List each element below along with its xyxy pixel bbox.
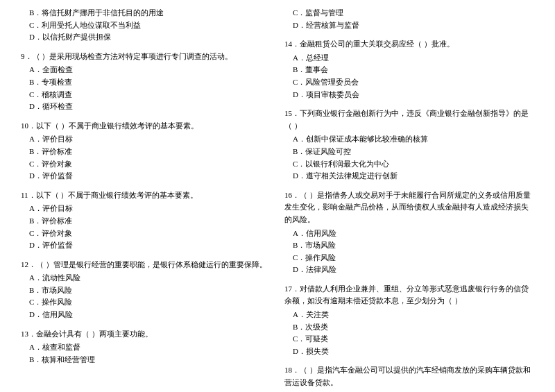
question-continuation-left: B．将信托财产挪用于非信托目的的用途 C．利用受托人地位谋取不当利益 D．以信托… [21,7,271,44]
question-9-option-c: C．稽核调查 [21,89,271,101]
question-13-title: 13．金融会计具有（ ）两项主要功能。 [21,328,271,341]
question-13-option-b: B．核算和经营管理 [21,354,271,366]
question-16-option-a: A．信用风险 [284,228,534,240]
option-d-prev: D．以信托财产提供担保 [21,31,271,44]
question-17-option-c: C．可疑类 [284,333,534,346]
question-14-option-d: D．项目审核委员会 [284,89,534,101]
question-9-option-b: B．专项检查 [21,76,271,89]
question-15-option-b: B．保证风险可控 [284,146,534,158]
question-17-option-d: D．损失类 [284,346,534,358]
question-11-option-a: A．评价目标 [21,203,271,215]
question-10-option-b: B．评价标准 [21,146,271,158]
question-11-option-b: B．评价标准 [21,215,271,228]
question-9-title: 9．（ ）是采用现场检查方法对特定事项进行专门调查的活动。 [21,51,271,63]
question-17-title: 17．对借款人利用企业兼并、重组、分立等形式恶意逃废银行行务的信贷余额，如没有逾… [284,283,534,307]
question-17-option-a: A．关注类 [284,309,534,321]
question-12-option-b: B．市场风险 [21,284,271,297]
question-9-option-d: D．循环检查 [21,101,271,113]
question-10-option-d: D．评价监督 [21,170,271,182]
question-10-option-c: C．评价对象 [21,158,271,171]
question-15-title: 15．下列商业银行金融创新行为中，违反《商业银行金融创新指导》的是（ ） [284,108,534,132]
question-12-option-c: C．操作风险 [21,296,271,309]
question-14-option-b: B．董事会 [284,64,534,76]
question-17: 17．对借款人利用企业兼并、重组、分立等形式恶意逃废银行行务的信贷余额，如没有逾… [284,283,534,358]
question-13-option-a: A．核查和监督 [21,341,271,354]
question-10: 10．以下（ ）不属于商业银行绩效考评的基本要素。 A．评价目标 B．评价标准 … [21,120,271,182]
question-17-option-b: B．次级类 [284,321,534,334]
question-13: 13．金融会计具有（ ）两项主要功能。 A．核查和监督 B．核算和经营管理 [21,328,271,366]
question-14-title: 14．金融租赁公司的重大关联交易应经（ ）批准。 [284,38,534,51]
question-9-option-a: A．全面检查 [21,64,271,76]
question-11-option-c: C．评价对象 [21,228,271,240]
question-16-option-b: B．市场风险 [284,239,534,252]
question-14-option-a: A．总经理 [284,52,534,65]
question-12: 12．（ ）管理是银行经营的重要职能，是银行体系稳健运行的重要保障。 A．流动性… [21,259,271,321]
question-11-title: 11．以下（ ）不属于商业银行绩效考评的基本要素。 [21,189,271,202]
question-12-option-a: A．流动性风险 [21,272,271,284]
question-18: 18．（ ）是指汽车金融公司可以提供的汽车经销商发放的采购车辆贷款和营运设备贷款… [284,364,534,392]
question-15: 15．下列商业银行金融创新行为中，违反《商业银行金融创新指导》的是（ ） A．创… [284,108,534,182]
question-16-title: 16．（ ）是指借务人或交易对手于未能履行合同所规定的义务或信用质量发生变化，影… [284,189,534,226]
question-16-option-c: C．操作风险 [284,252,534,264]
question-10-option-a: A．评价目标 [21,133,271,146]
question-16-option-d: D．法律风险 [284,264,534,276]
question-15-option-c: C．以银行利润最大化为中心 [284,158,534,171]
option-b-prev: B．将信托财产挪用于非信托目的的用途 [21,7,271,19]
right-column: C．监督与管理 D．经营核算与监督 14．金融租赁公司的重大关联交易应经（ ）批… [284,7,534,392]
question-16: 16．（ ）是指借务人或交易对手于未能履行合同所规定的义务或信用质量发生变化，影… [284,189,534,276]
option-c-prev: C．利用受托人地位谋取不当利益 [21,19,271,32]
question-12-title: 12．（ ）管理是银行经营的重要职能，是银行体系稳健运行的重要保障。 [21,259,271,271]
option-c-q13: C．监督与管理 [284,7,534,19]
question-11: 11．以下（ ）不属于商业银行绩效考评的基本要素。 A．评价目标 B．评价标准 … [21,189,271,252]
question-continuation-right: C．监督与管理 D．经营核算与监督 [284,7,534,31]
question-11-option-d: D．评价监督 [21,239,271,252]
question-14-option-c: C．风险管理委员会 [284,76,534,89]
question-15-option-d: D．遵守相关法律规定进行创新 [284,170,534,182]
question-10-title: 10．以下（ ）不属于商业银行绩效考评的基本要素。 [21,120,271,133]
question-15-option-a: A．创新中保证成本能够比较准确的核算 [284,133,534,146]
page-content: B．将信托财产挪用于非信托目的的用途 C．利用受托人地位谋取不当利益 D．以信托… [21,7,534,392]
question-9: 9．（ ）是采用现场检查方法对特定事项进行专门调查的活动。 A．全面检查 B．专… [21,51,271,113]
left-column: B．将信托财产挪用于非信托目的的用途 C．利用受托人地位谋取不当利益 D．以信托… [21,7,271,392]
question-12-option-d: D．信用风险 [21,309,271,321]
question-14: 14．金融租赁公司的重大关联交易应经（ ）批准。 A．总经理 B．董事会 C．风… [284,38,534,101]
question-18-title: 18．（ ）是指汽车金融公司可以提供的汽车经销商发放的采购车辆贷款和营运设备贷款… [284,364,534,389]
option-d-q13: D．经营核算与监督 [284,19,534,32]
